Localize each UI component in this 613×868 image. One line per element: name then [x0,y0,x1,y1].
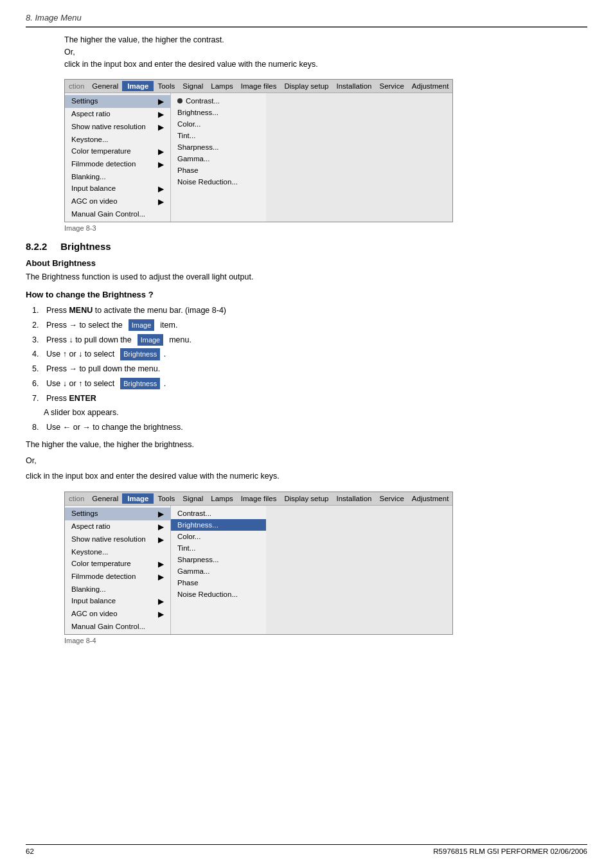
menu-left-item[interactable]: Aspect ratio▶ [65,108,170,121]
menu-left-item[interactable]: Blanking... [65,171,170,182]
menu-topbar-2: ction General Image Tools Signal Lamps I… [65,492,452,506]
selected-dot [177,98,182,103]
topbar-item: Service [375,493,407,504]
menu-right-item[interactable]: Tint... [171,130,266,141]
menu-left-item[interactable]: Settings▶ [65,95,170,108]
intro-line3: click in the input box and enter the des… [64,58,587,71]
step-3: 3. Press ↓ to pull down the Image menu. [26,334,587,346]
menu-left-item[interactable]: Blanking... [65,583,170,595]
menu-screenshot-1: ction General Image Tools Signal Lamps I… [64,79,587,222]
image-label-2: Image 8-4 [64,637,587,644]
menu-right-item[interactable]: Contrast... [171,508,266,519]
menu-left-1: Settings▶ Aspect ratio▶ Show native reso… [65,93,171,222]
menu-right-item[interactable]: Brightness... [171,107,266,118]
topbar-item-image: Image [122,81,154,91]
menu-screenshot-2: ction General Image Tools Signal Lamps I… [64,492,587,635]
menu-left-item[interactable]: Color temperature▶ [65,558,170,571]
menu-right-item[interactable]: Contrast... [171,95,266,107]
section-number: 8.2.2 [26,241,47,252]
topbar-item: Display setup [280,81,332,91]
step-8: 8. Use ← or → to change the brightness. [26,421,587,434]
header-title: 8. Image Menu [26,13,82,22]
menu-right-item[interactable]: Phase [171,577,266,589]
menu-right-item[interactable]: Sharpness... [171,554,266,565]
section-title: 8.2.2 Brightness [26,241,587,252]
intro-line1: The higher the value, the higher the con… [64,34,587,46]
step-5: 5. Press → to pull down the menu. [26,363,587,375]
menu-left-item[interactable]: Color temperature▶ [65,145,170,158]
topbar-item: Lamps [207,81,237,91]
note2-line2: Or, [26,455,587,467]
menu-left-item[interactable]: Settings▶ [65,508,170,520]
menu-left-item[interactable]: Keystone... [65,134,170,145]
topbar-item: General [88,493,122,504]
topbar-item: Display setup [280,493,332,504]
menu-left-item[interactable]: Manual Gain Control... [65,208,170,220]
steps-list: 1. Press MENU to activate the menu bar. … [26,305,587,434]
menu-left-item[interactable]: Aspect ratio▶ [65,520,170,533]
topbar-item: Service [375,81,407,91]
menu-left-item[interactable]: Filmmode detection▶ [65,158,170,171]
topbar-item: ction [65,81,88,91]
menu-left-item[interactable]: Input balance▶ [65,182,170,195]
about-body: The Brightness function is used to adjus… [26,271,587,283]
menu-left-item[interactable]: AGC on video▶ [65,608,170,621]
topbar-item: Tools [154,493,179,504]
step-7: 7. Press ENTER [26,393,587,405]
topbar-item: Installation [332,493,375,504]
footer-page: 62 [26,847,34,855]
topbar-item: Adjustment [408,493,453,504]
topbar-item: Image files [237,493,281,504]
step-6: 6. Use ↓ or ↑ to select Brightness . [26,378,587,390]
menu-right-item[interactable]: Phase [171,164,266,176]
menu-left-item[interactable]: Keystone... [65,546,170,558]
menu-topbar-1: ction General Image Tools Signal Lamps I… [65,80,452,93]
step-2: 2. Press → to select the Image item. [26,319,587,332]
topbar-item: Image files [237,81,281,91]
menu-right-item[interactable]: Noise Reduction... [171,589,266,600]
topbar-item: Installation [332,81,375,91]
topbar-item: Tools [154,81,179,91]
menu-right-item[interactable]: Sharpness... [171,141,266,153]
topbar-item: ction [65,493,88,504]
menu-right-item[interactable]: Gamma... [171,565,266,577]
topbar-item: Signal [179,493,207,504]
page-footer: 62 R5976815 RLM G5I PERFORMER 02/06/2006 [26,844,587,855]
menu-body-2: Settings▶ Aspect ratio▶ Show native reso… [65,506,452,634]
menu-left-item[interactable]: AGC on video▶ [65,195,170,208]
step-4: 4. Use ↑ or ↓ to select Brightness . [26,348,587,360]
menu-right-item-selected[interactable]: Brightness... [171,519,266,531]
footer-doc: R5976815 RLM G5I PERFORMER 02/06/2006 [433,847,587,855]
note2-line3: click in the input box and enter the des… [26,470,587,483]
note2-line1: The higher the value, the higher the bri… [26,439,587,451]
menu-left-item[interactable]: Filmmode detection▶ [65,571,170,583]
image-label-1: Image 8-3 [64,224,587,232]
step-1: 1. Press MENU to activate the menu bar. … [26,305,587,317]
menu-left-2: Settings▶ Aspect ratio▶ Show native reso… [65,506,171,634]
topbar-item-image: Image [122,493,154,504]
howto-heading: How to change the Brightness ? [26,290,587,299]
intro-block: The higher the value, the higher the con… [64,34,587,70]
intro-line2: Or, [64,46,587,58]
menu-right-item[interactable]: Gamma... [171,153,266,164]
step-7-sub: A slider box appears. [26,407,587,419]
menu-left-item[interactable]: Input balance▶ [65,595,170,608]
menu-right-2: Contrast... Brightness... Color... Tint.… [171,506,266,634]
menu-right-1: Contrast... Brightness... Color... Tint.… [171,93,266,222]
menu-right-item[interactable]: Color... [171,118,266,130]
menu-left-item[interactable]: Show native resolution▶ [65,121,170,134]
section-heading: Brightness [60,241,111,252]
menu-left-item[interactable]: Show native resolution▶ [65,533,170,546]
menu-right-item[interactable]: Tint... [171,542,266,554]
topbar-item: Adjustment [408,81,453,91]
menu-right-item[interactable]: Noise Reduction... [171,176,266,188]
menu-left-item[interactable]: Manual Gain Control... [65,621,170,632]
page-header: 8. Image Menu [26,13,587,28]
topbar-item: Signal [179,81,207,91]
about-heading: About Brightness [26,258,587,268]
menu-right-item[interactable]: Color... [171,531,266,542]
topbar-item: Lamps [207,493,237,504]
topbar-item: General [88,81,122,91]
menu-body-1: Settings▶ Aspect ratio▶ Show native reso… [65,93,452,222]
